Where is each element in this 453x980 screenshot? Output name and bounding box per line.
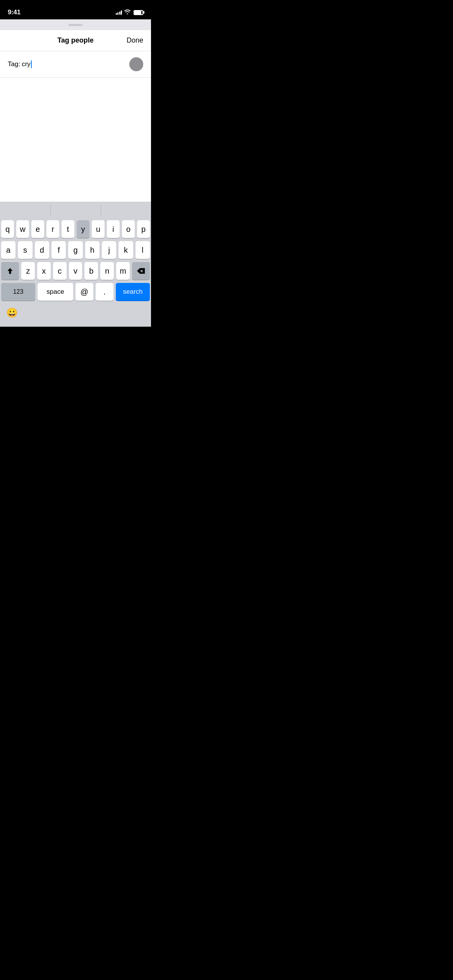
page-title: Tag people: [57, 36, 94, 45]
key-u[interactable]: u: [92, 220, 105, 238]
home-indicator-area: [0, 322, 151, 327]
tag-input-field[interactable]: Tag: cry: [8, 60, 125, 68]
content-area: [0, 78, 151, 202]
tag-input-row[interactable]: Tag: cry: [0, 51, 151, 78]
key-s[interactable]: s: [18, 241, 32, 259]
text-cursor: [31, 60, 32, 68]
key-n[interactable]: n: [100, 262, 114, 280]
key-y[interactable]: y: [77, 220, 89, 238]
numbers-key[interactable]: 123: [1, 283, 35, 301]
status-icons: [116, 10, 144, 15]
key-g[interactable]: g: [68, 241, 82, 259]
key-z[interactable]: z: [21, 262, 35, 280]
key-h[interactable]: h: [85, 241, 100, 259]
keyboard-row-3: z x c v b n m: [1, 262, 150, 280]
key-i[interactable]: i: [107, 220, 120, 238]
done-button[interactable]: Done: [127, 36, 143, 45]
key-j[interactable]: j: [102, 241, 116, 259]
wifi-icon: [124, 9, 130, 15]
key-b[interactable]: b: [84, 262, 98, 280]
key-w[interactable]: w: [16, 220, 29, 238]
predictive-divider-2: [101, 205, 101, 216]
shift-key[interactable]: [1, 262, 19, 280]
status-bar: 9:41: [0, 0, 151, 19]
predictive-divider-1: [50, 205, 51, 216]
sheet-handle: [69, 24, 82, 26]
tag-prefix: Tag:: [8, 60, 20, 68]
tag-value: cry: [22, 60, 31, 68]
keyboard-row-2: a s d f g h j k l: [1, 241, 150, 259]
keyboard-row-1: q w e r t y u i o p: [1, 220, 150, 238]
keyboard-area: q w e r t y u i o p a s d f g h j k l: [0, 202, 151, 327]
battery-icon: [134, 10, 143, 15]
key-l[interactable]: l: [136, 241, 150, 259]
key-v[interactable]: v: [69, 262, 82, 280]
key-e[interactable]: e: [31, 220, 44, 238]
key-c[interactable]: c: [53, 262, 67, 280]
key-p[interactable]: p: [137, 220, 150, 238]
period-key[interactable]: .: [96, 283, 113, 301]
key-o[interactable]: o: [122, 220, 135, 238]
emoji-row: 😀: [0, 302, 151, 322]
key-r[interactable]: r: [46, 220, 59, 238]
predictive-bar: [0, 202, 151, 219]
key-q[interactable]: q: [1, 220, 14, 238]
modal-sheet: Tag people Done Tag: cry: [0, 30, 151, 202]
space-key[interactable]: space: [38, 283, 73, 301]
key-x[interactable]: x: [37, 262, 51, 280]
keyboard-rows: q w e r t y u i o p a s d f g h j k l: [0, 219, 151, 280]
avatar: [129, 57, 143, 71]
key-t[interactable]: t: [62, 220, 74, 238]
at-key[interactable]: @: [76, 283, 93, 301]
key-k[interactable]: k: [118, 241, 133, 259]
key-a[interactable]: a: [1, 241, 15, 259]
delete-key[interactable]: [132, 262, 150, 280]
status-time: 9:41: [8, 9, 21, 16]
header: Tag people Done: [0, 30, 151, 51]
keyboard-bottom-row: 123 space @ . search: [0, 283, 151, 301]
emoji-button[interactable]: 😀: [4, 305, 20, 321]
key-f[interactable]: f: [51, 241, 66, 259]
search-key[interactable]: search: [116, 283, 150, 301]
key-d[interactable]: d: [35, 241, 49, 259]
key-m[interactable]: m: [116, 262, 130, 280]
signal-icon: [116, 10, 122, 15]
sheet-handle-area: [0, 19, 151, 30]
